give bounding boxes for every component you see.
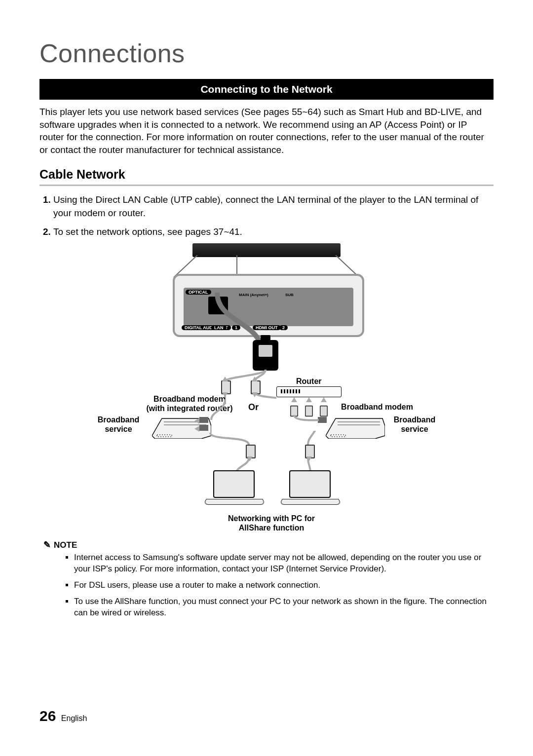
page-footer: 26 English [39, 708, 87, 724]
page-language: English [61, 714, 87, 722]
note-list: Internet access to Samsung's software up… [64, 552, 494, 619]
steps-list: Using the Direct LAN Cable (UTP cable), … [39, 193, 494, 239]
label-pc-caption: Networking with PC for AllShare function [212, 514, 331, 532]
laptop-icon [206, 470, 262, 509]
chapter-title: Connections [39, 38, 494, 68]
modem-icon [326, 416, 385, 439]
note-icon: ✎ [43, 539, 51, 550]
step-item: Using the Direct LAN Cable (UTP cable), … [53, 193, 494, 220]
laptop-icon [282, 470, 338, 509]
note-item: For DSL users, please use a router to ma… [74, 580, 489, 591]
section-heading-bar: Connecting to the Network [39, 79, 494, 100]
intro-paragraph: This player lets you use network based s… [39, 106, 494, 156]
note-item: Internet access to Samsung's software up… [74, 552, 489, 575]
page-number: 26 [39, 708, 56, 724]
note-item: To use the AllShare function, you must c… [74, 596, 489, 619]
note-label-text: NOTE [54, 540, 77, 550]
subsection-heading: Cable Network [39, 167, 494, 186]
ethernet-plug-icon [253, 340, 278, 371]
svg-marker-5 [326, 418, 385, 439]
label-broadband-service-right: Broadband service [385, 415, 444, 434]
label-broadband-modem: Broadband modem [333, 402, 421, 412]
cable-to-modem-left-icon [207, 396, 237, 426]
cable-router-modem-icon [292, 415, 332, 430]
label-or: Or [248, 402, 259, 413]
label-router: Router [296, 377, 322, 386]
connection-diagram: OPTICAL DIGITAL AUDIO OUT LAN HDMI OUT 1… [109, 243, 424, 534]
label-broadband-service-left: Broadband service [89, 415, 148, 434]
step-item: To set the network options, see pages 37… [53, 225, 494, 239]
router-icon [276, 386, 342, 397]
note-heading: ✎NOTE [43, 539, 494, 550]
